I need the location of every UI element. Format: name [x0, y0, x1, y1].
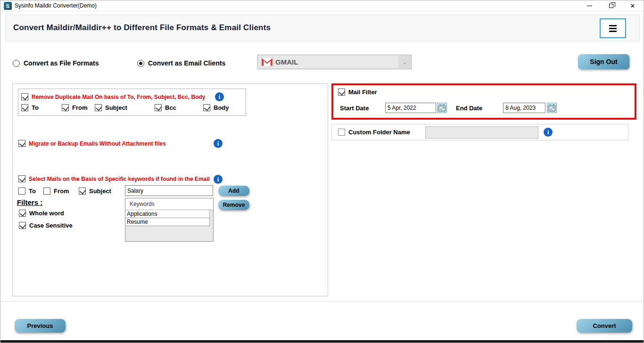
window-bottom-edge	[0, 340, 644, 343]
custom-folder-checkbox[interactable]: Custom Folder Name	[338, 129, 410, 136]
dedupe-option-to[interactable]: To	[21, 104, 39, 111]
end-date-calendar-button[interactable]: 88	[547, 103, 557, 113]
menu-button[interactable]	[600, 18, 626, 38]
option-label: Subject	[105, 104, 127, 111]
dedupe-option-bcc[interactable]: Bcc	[155, 104, 176, 111]
radio-label: Convert as File Formats	[24, 59, 99, 67]
keywords-list-header: Keywords	[125, 198, 213, 210]
keywords-listbox[interactable]: Keywords Applications Resume	[125, 198, 214, 242]
previous-button[interactable]: Previous	[15, 319, 66, 333]
remove-duplicate-checkbox[interactable]: Remove Duplicate Mail On basis of To, Fr…	[21, 93, 206, 100]
info-icon[interactable]: i	[215, 92, 224, 101]
without-attachment-label: Migrate or Backup Emails Without Attachm…	[29, 140, 166, 147]
option-label: From	[72, 104, 88, 111]
custom-folder-input[interactable]	[425, 126, 538, 139]
checkbox	[18, 188, 25, 195]
remove-duplicate-section: Remove Duplicate Mail On basis of To, Fr…	[18, 89, 246, 116]
end-date-label: End Date	[456, 105, 482, 112]
without-attachment-checkbox[interactable]: Migrate or Backup Emails Without Attachm…	[18, 140, 166, 147]
keyword-select-label: Select Mails on the Basis of Specific ke…	[29, 176, 210, 182]
gmail-icon	[261, 57, 273, 67]
whole-word-checkbox[interactable]: Whole word	[19, 210, 64, 217]
page-title: Convert Maildir/Maildir++ to Different F…	[13, 23, 271, 33]
dedupe-option-from[interactable]: From	[62, 104, 88, 111]
checkbox	[19, 210, 26, 217]
chevron-down-icon: ⌄	[398, 56, 411, 68]
dropdown-value: GMAIL	[275, 58, 298, 66]
case-sensitive-checkbox[interactable]: Case Sensitive	[19, 222, 73, 229]
end-date-input[interactable]	[503, 103, 545, 113]
email-client-dropdown[interactable]: GMAIL ⌄	[257, 55, 412, 69]
custom-folder-label: Custom Folder Name	[348, 129, 410, 136]
case-sensitive-label: Case Sensitive	[29, 222, 73, 229]
radio-circle	[137, 60, 144, 67]
start-date-calendar-button[interactable]: 88	[437, 103, 447, 113]
list-item[interactable]: Applications	[125, 210, 210, 218]
checkbox	[21, 104, 28, 111]
radio-label: Convert as Email Clients	[148, 59, 225, 67]
checkbox	[155, 104, 162, 111]
info-icon[interactable]: i	[544, 128, 553, 137]
checkbox	[338, 129, 345, 136]
dedupe-option-subject[interactable]: Subject	[95, 104, 127, 111]
conversion-options-panel: Remove Duplicate Mail On basis of To, Fr…	[12, 83, 328, 296]
keyword-input[interactable]	[125, 185, 213, 196]
info-icon[interactable]: i	[214, 175, 223, 184]
keyword-field-from[interactable]: From	[43, 188, 69, 195]
calendar-icon: 88	[548, 104, 556, 112]
keyword-select-checkbox[interactable]: Select Mails on the Basis of Specific ke…	[18, 175, 210, 182]
header-bar: Convert Maildir/Maildir++ to Different F…	[5, 15, 640, 41]
close-icon: ✕	[630, 3, 636, 9]
svg-text:88: 88	[550, 107, 553, 110]
keyword-field-to[interactable]: To	[18, 188, 36, 195]
restore-button[interactable]	[600, 0, 622, 11]
checkbox	[18, 140, 25, 147]
checkbox	[21, 93, 28, 100]
app-logo-icon: S	[4, 2, 12, 10]
app-window: S Sysinfo Maildir Converter(Demo) ✕ Conv…	[0, 0, 644, 343]
option-label: Bcc	[165, 104, 176, 111]
checkbox	[95, 104, 102, 111]
radio-convert-email-clients[interactable]: Convert as Email Clients	[137, 59, 225, 67]
checkbox	[62, 104, 69, 111]
info-icon[interactable]: i	[214, 139, 223, 148]
restore-icon	[609, 4, 613, 8]
hamburger-icon	[609, 25, 617, 32]
sign-out-button[interactable]: Sign Out	[578, 54, 629, 69]
field-label: Subject	[89, 188, 111, 195]
convert-button[interactable]: Convert	[577, 319, 632, 333]
filters-heading: Filters :	[17, 198, 42, 206]
radio-circle	[13, 60, 20, 67]
checkbox	[203, 104, 210, 111]
svg-text:88: 88	[440, 107, 443, 110]
mail-filter-panel: Mail Filter Start Date 88 End Date 88	[331, 83, 636, 120]
list-item[interactable]: Resume	[125, 218, 210, 226]
checkbox	[79, 188, 86, 195]
keyword-field-subject[interactable]: Subject	[79, 188, 111, 195]
remove-duplicate-label: Remove Duplicate Mail On basis of To, Fr…	[32, 94, 206, 100]
minimize-icon	[587, 6, 592, 6]
mail-filter-label: Mail Filter	[348, 89, 377, 96]
whole-word-label: Whole word	[29, 210, 64, 217]
field-label: To	[29, 188, 36, 195]
dedupe-option-body[interactable]: Body	[203, 104, 229, 111]
start-date-input[interactable]	[385, 103, 436, 113]
window-title: Sysinfo Maildir Converter(Demo)	[15, 2, 97, 9]
checkbox	[18, 175, 25, 182]
checkbox	[19, 222, 26, 229]
checkbox	[338, 89, 345, 96]
mail-filter-checkbox[interactable]: Mail Filter	[338, 89, 377, 96]
add-keyword-button[interactable]: Add	[218, 186, 249, 196]
title-bar: S Sysinfo Maildir Converter(Demo) ✕	[0, 0, 644, 11]
option-label: To	[32, 104, 39, 111]
checkbox	[43, 188, 50, 195]
close-button[interactable]: ✕	[622, 0, 644, 11]
remove-keyword-button[interactable]: Remove	[218, 200, 249, 210]
calendar-icon: 88	[438, 104, 446, 112]
radio-convert-file-formats[interactable]: Convert as File Formats	[13, 59, 99, 67]
custom-folder-panel: Custom Folder Name i	[331, 124, 628, 140]
content-divider	[0, 301, 644, 302]
start-date-label: Start Date	[340, 105, 369, 112]
minimize-button[interactable]	[578, 0, 600, 11]
option-label: Body	[214, 104, 229, 111]
